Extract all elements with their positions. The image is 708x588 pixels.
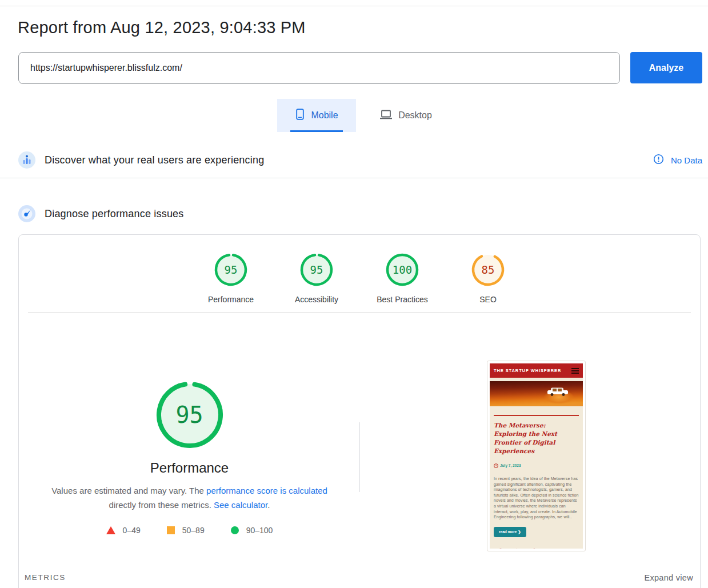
category-gauge-item[interactable]: 95 Performance (188, 252, 274, 304)
next-post-title: The Rise of Non-Fungible Tokens (NFTs): … (494, 547, 579, 549)
tab-mobile[interactable]: Mobile (277, 99, 356, 132)
site-content: The Metaverse: Exploring the Next Fronti… (490, 406, 583, 549)
page-title: Report from Aug 12, 2023, 9:04:33 PM (18, 18, 306, 37)
category-gauge-item[interactable]: 100 Best Practices (359, 252, 445, 304)
category-label: Performance (208, 295, 254, 304)
category-label: SEO (479, 295, 497, 304)
info-icon[interactable] (653, 154, 664, 167)
tab-mobile-label: Mobile (311, 110, 338, 121)
legend-shape-icon (167, 526, 175, 534)
red-rule (494, 415, 579, 416)
post-date: July 7, 2023 (500, 463, 521, 467)
disclaimer-text: directly from these metrics. (109, 500, 214, 510)
performance-label: Performance (150, 460, 229, 476)
read-more-button: read more ❯ (494, 527, 526, 537)
diagnose-title: Diagnose performance issues (45, 208, 184, 220)
hamburger-menu-icon (571, 368, 579, 374)
url-input[interactable] (18, 52, 620, 84)
diagnose-radar-icon (18, 205, 35, 222)
category-score: 95 (213, 252, 249, 287)
pagespeed-report: Report from Aug 12, 2023, 9:04:33 PM Ana… (0, 0, 708, 588)
mobile-phone-icon (295, 109, 305, 122)
hero-desert-image (490, 381, 583, 406)
post-title: The Metaverse: Exploring the Next Fronti… (494, 421, 579, 455)
legend-range-label: 0–49 (123, 526, 141, 535)
desktop-laptop-icon (379, 109, 393, 122)
legend-item: 90–100 (231, 526, 273, 535)
field-data-row: Discover what your real users are experi… (18, 147, 702, 173)
see-calculator-link[interactable]: See calculator (214, 500, 267, 510)
tab-desktop[interactable]: Desktop (364, 99, 447, 132)
score-legend: 0–49 50–89 90–100 (106, 526, 273, 535)
site-preview: THE STARTUP WHISPERER (490, 363, 583, 549)
clock-icon (494, 460, 498, 470)
device-tabs: Mobile Desktop (277, 99, 447, 132)
real-users-chart-icon (18, 151, 35, 169)
legend-range-label: 90–100 (246, 526, 273, 535)
category-score: 100 (385, 252, 420, 287)
site-name: THE STARTUP WHISPERER (494, 368, 561, 373)
no-data-badge: No Data (671, 155, 702, 165)
suv-car-graphic (546, 387, 570, 399)
diagnose-row: Diagnose performance issues (18, 201, 702, 226)
analyze-button[interactable]: Analyze (630, 52, 702, 83)
category-score: 85 (470, 252, 506, 287)
card-divider (28, 312, 691, 313)
score-calculation-link[interactable]: performance score is calculated (206, 486, 327, 495)
post-body: In recent years, the idea of the Metaver… (494, 476, 579, 520)
site-masthead: THE STARTUP WHISPERER (490, 363, 583, 378)
category-label: Accessibility (295, 295, 338, 304)
legend-shape-icon (106, 526, 115, 534)
category-gauge-item[interactable]: 95 Accessibility (274, 252, 359, 304)
disclaimer-text: . (267, 500, 270, 510)
performance-gauge: 95 (154, 379, 225, 450)
performance-score: 95 (154, 379, 225, 450)
legend-item: 50–89 (167, 526, 205, 535)
category-gauges: 95 Performance 95 Accessibility 100 Best… (19, 252, 700, 304)
category-score: 95 (299, 252, 334, 287)
expand-view-button[interactable]: Expand view (644, 573, 693, 582)
metrics-section-label: METRICS (25, 573, 66, 582)
tab-desktop-label: Desktop (398, 110, 432, 121)
section-divider (0, 178, 708, 178)
category-gauge: 85 (470, 252, 506, 287)
score-disclaimer: Values are estimated and may vary. The p… (41, 483, 338, 512)
post-date-row: July 7, 2023 (494, 460, 579, 470)
legend-shape-icon (231, 526, 239, 534)
disclaimer-text: Values are estimated and may vary. The (51, 486, 206, 495)
top-divider (0, 6, 708, 6)
category-gauge-item[interactable]: 85 SEO (445, 252, 531, 304)
active-tab-indicator (290, 130, 343, 132)
category-label: Best Practices (377, 295, 427, 304)
page-screenshot-thumbnail[interactable]: THE STARTUP WHISPERER (487, 361, 586, 551)
category-gauge: 95 (299, 252, 334, 287)
legend-item: 0–49 (106, 526, 141, 535)
legend-range-label: 50–89 (182, 526, 205, 535)
field-data-status: No Data (653, 154, 702, 167)
vertical-divider (359, 422, 360, 492)
lighthouse-report-card: 95 Performance 95 Accessibility 100 Best… (18, 234, 701, 588)
performance-summary: 95 Performance Values are estimated and … (19, 379, 360, 535)
category-gauge: 95 (213, 252, 249, 287)
category-gauge: 100 (385, 252, 420, 287)
field-data-title: Discover what your real users are experi… (45, 154, 264, 166)
